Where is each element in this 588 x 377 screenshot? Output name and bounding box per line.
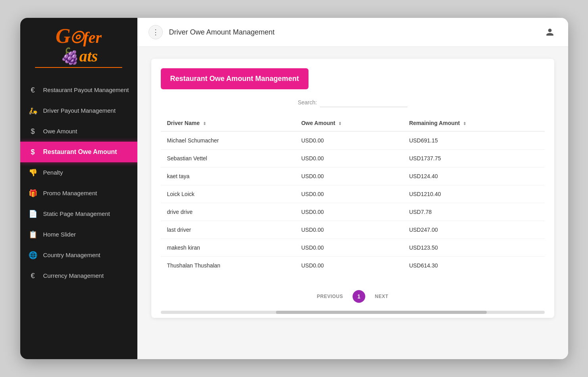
search-row: Search:: [151, 89, 554, 115]
cell-remaining-amount: USD124.40: [403, 167, 544, 185]
scrollbar-thumb: [276, 311, 487, 314]
cell-remaining-amount: USD1737.75: [403, 150, 544, 167]
sort-icon-remaining[interactable]: ⇕: [463, 121, 466, 126]
menu-dots-button[interactable]: ⋮: [148, 25, 163, 39]
col-header-remaining-amount: Remaining Amount ⇕: [403, 115, 544, 131]
table-row: Michael Schumacher USD0.00 USD691.15: [161, 131, 545, 150]
search-wrapper: Search:: [298, 97, 407, 107]
thumbsdown-icon: 👎: [28, 168, 38, 177]
content-area: Restaurant Owe Amount Management Search:: [137, 47, 568, 359]
sidebar-item-currency[interactable]: € Currency Management: [20, 265, 137, 286]
cell-driver-name: last driver: [161, 221, 295, 239]
cell-driver-name: Michael Schumacher: [161, 131, 295, 150]
sidebar-item-home-slider[interactable]: 📋 Home Slider: [20, 224, 137, 245]
search-label: Search:: [298, 99, 317, 106]
cell-remaining-amount: USD123.50: [403, 239, 544, 257]
euro2-icon: €: [28, 271, 38, 281]
sidebar-nav: € Restaurant Payout Management 🛵 Driver …: [20, 76, 137, 359]
page-card-header: Restaurant Owe Amount Management: [161, 68, 308, 89]
dollar-icon: $: [28, 127, 38, 136]
user-icon-button[interactable]: [543, 25, 557, 39]
sidebar-item-promo[interactable]: 🎁 Promo Management: [20, 183, 137, 204]
cell-remaining-amount: USD691.15: [403, 131, 544, 150]
cell-remaining-amount: USD247.00: [403, 221, 544, 239]
globe-icon: 🌐: [28, 250, 38, 260]
document-icon: 📄: [28, 209, 38, 219]
page-title: Driver Owe Amount Management: [169, 28, 275, 37]
cell-driver-name: Thushalan Thushalan: [161, 257, 295, 275]
cell-driver-name: Loick Loick: [161, 185, 295, 203]
sidebar-label-driver-payout: Driver Payout Management: [43, 107, 129, 114]
cell-owe-amount: USD0.00: [295, 221, 403, 239]
dots-icon: ⋮: [152, 28, 159, 37]
col-header-owe-amount: Owe Amount ⇕: [295, 115, 403, 131]
page-card-header-text: Restaurant Owe Amount Management: [170, 75, 299, 83]
sidebar-item-restaurant-owe-amount[interactable]: $ Restaurant Owe Amount: [20, 142, 137, 162]
table-row: Sebastian Vettel USD0.00 USD1737.75: [161, 150, 545, 167]
list-icon: 📋: [28, 230, 38, 239]
sidebar-item-owe-amount[interactable]: $ Owe Amount: [20, 121, 137, 142]
cell-owe-amount: USD0.00: [295, 131, 403, 150]
gift-icon: 🎁: [28, 188, 38, 198]
cell-driver-name: drive drive: [161, 203, 295, 221]
page-card: Restaurant Owe Amount Management Search:: [151, 59, 554, 318]
sidebar-label-country: Country Management: [43, 252, 129, 259]
page-1-button[interactable]: 1: [353, 290, 365, 303]
sidebar-item-penalty[interactable]: 👎 Penalty: [20, 162, 137, 183]
top-bar-left: ⋮ Driver Owe Amount Management: [148, 25, 275, 39]
sidebar-label-currency: Currency Management: [43, 272, 129, 279]
sidebar-item-restaurant-payout[interactable]: € Restaurant Payout Management: [20, 80, 137, 100]
cell-owe-amount: USD0.00: [295, 203, 403, 221]
cell-owe-amount: USD0.00: [295, 257, 403, 275]
sidebar: G⦾fer 🍇ats € Restaurant Payout Managemen…: [20, 18, 137, 359]
sidebar-item-country[interactable]: 🌐 Country Management: [20, 245, 137, 265]
data-table: Driver Name ⇕ Owe Amount ⇕ Remaining Amo…: [161, 115, 545, 274]
cell-remaining-amount: USD1210.40: [403, 185, 544, 203]
sidebar-label-static-page: Static Page Management: [43, 210, 129, 217]
col-owe-amount-label: Owe Amount: [301, 120, 335, 126]
sidebar-label-penalty: Penalty: [43, 169, 129, 176]
cell-owe-amount: USD0.00: [295, 150, 403, 167]
horizontal-scrollbar[interactable]: [161, 311, 545, 314]
cell-remaining-amount: USD7.78: [403, 203, 544, 221]
sidebar-label-restaurant-payout: Restaurant Payout Management: [43, 87, 129, 94]
col-remaining-amount-label: Remaining Amount: [409, 120, 460, 126]
cell-remaining-amount: USD614.30: [403, 257, 544, 275]
user-icon: [546, 28, 554, 37]
sidebar-label-owe-amount: Owe Amount: [43, 128, 129, 135]
col-driver-name-label: Driver Name: [167, 120, 200, 126]
pagination-row: PREVIOUS 1 NEXT: [151, 282, 554, 311]
cell-owe-amount: USD0.00: [295, 167, 403, 185]
table-row: kaet taya USD0.00 USD124.40: [161, 167, 545, 185]
col-header-driver-name: Driver Name ⇕: [161, 115, 295, 131]
bike-icon: 🛵: [28, 106, 38, 115]
table-row: last driver USD0.00 USD247.00: [161, 221, 545, 239]
table-row: Loick Loick USD0.00 USD1210.40: [161, 185, 545, 203]
cell-driver-name: kaet taya: [161, 167, 295, 185]
sidebar-item-driver-payout[interactable]: 🛵 Driver Payout Management: [20, 100, 137, 121]
table-header-row: Driver Name ⇕ Owe Amount ⇕ Remaining Amo…: [161, 115, 545, 131]
cell-owe-amount: USD0.00: [295, 185, 403, 203]
search-input[interactable]: [320, 97, 407, 107]
sidebar-label-restaurant-owe-amount: Restaurant Owe Amount: [43, 148, 131, 156]
cell-driver-name: Sebastian Vettel: [161, 150, 295, 167]
sidebar-label-promo: Promo Management: [43, 190, 129, 197]
logo-container: G⦾fer 🍇ats: [20, 18, 137, 76]
cell-driver-name: makesh kiran: [161, 239, 295, 257]
sidebar-item-static-page[interactable]: 📄 Static Page Management: [20, 204, 137, 224]
table-row: makesh kiran USD0.00 USD123.50: [161, 239, 545, 257]
euro-icon: €: [28, 85, 38, 95]
cell-owe-amount: USD0.00: [295, 239, 403, 257]
main-content: ⋮ Driver Owe Amount Management Restauran…: [137, 18, 568, 359]
sort-icon-driver[interactable]: ⇕: [203, 121, 206, 126]
next-button[interactable]: NEXT: [371, 291, 392, 302]
table-row: Thushalan Thushalan USD0.00 USD614.30: [161, 257, 545, 275]
sidebar-label-home-slider: Home Slider: [43, 231, 129, 238]
previous-button[interactable]: PREVIOUS: [313, 291, 347, 302]
sort-icon-owe[interactable]: ⇕: [338, 121, 341, 126]
table-row: drive drive USD0.00 USD7.78: [161, 203, 545, 221]
table-wrapper: Driver Name ⇕ Owe Amount ⇕ Remaining Amo…: [151, 115, 554, 282]
dollar-active-icon: $: [28, 147, 38, 157]
top-bar: ⋮ Driver Owe Amount Management: [137, 18, 568, 47]
